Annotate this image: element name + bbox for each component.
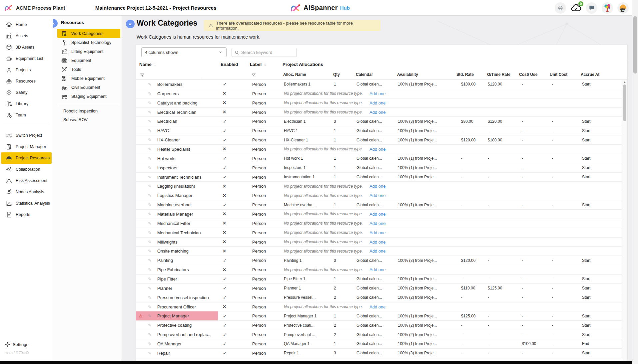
edit-icon[interactable]: ✎ [148, 137, 152, 142]
add-one-link[interactable]: Add one [369, 267, 385, 272]
columns-dropdown[interactable]: 4 columns shown [141, 47, 227, 57]
add-one-link[interactable]: Add one [369, 184, 385, 189]
table-row[interactable]: ✎Inspectors✓PersonInspectors 11Global ca… [136, 163, 622, 173]
edit-icon[interactable]: ✎ [148, 313, 152, 318]
column-header-label[interactable]: Label↑↓ [250, 59, 265, 69]
edit-icon[interactable]: ✎ [148, 212, 152, 217]
sidebar-item-collaboration[interactable]: Collaboration [1, 164, 52, 175]
edit-icon[interactable]: ✎ [148, 100, 152, 105]
table-row[interactable]: ✎Instrument Technicians✓PersonInstrument… [136, 173, 622, 182]
edit-icon[interactable]: ✎ [148, 351, 152, 356]
edit-icon[interactable]: ✎ [148, 276, 152, 281]
resources-item-work-categories[interactable]: Work Categories [57, 29, 120, 38]
add-one-link[interactable]: Add one [369, 147, 385, 152]
ai-brain-button[interactable] [602, 2, 613, 14]
edit-icon[interactable]: ✎ [148, 230, 152, 235]
add-one-link[interactable]: Add one [369, 240, 385, 245]
table-row[interactable]: ✎Lagging (insulation)×Person No project … [136, 182, 622, 191]
table-row[interactable]: ✎Procurement Officer×Person No project a… [136, 302, 622, 312]
column-header-name[interactable]: Name↑↓ [139, 59, 155, 69]
table-row[interactable]: ✎Heater Specialist×Person No project all… [136, 145, 622, 154]
table-scrollbar[interactable]: ▲ ▼ [622, 80, 627, 364]
table-row[interactable]: ✎Boilermakers✓PersonBoilermakers 11Globa… [136, 80, 622, 89]
sidebar-item-project-manager[interactable]: Project Manager [1, 141, 52, 152]
sidebar-item-equipment-list[interactable]: Equipment List [1, 53, 52, 64]
add-one-link[interactable]: Add one [369, 304, 385, 309]
sidebar-item-statistical-analysis[interactable]: Statistical Analysis [1, 198, 52, 209]
edit-icon[interactable]: ✎ [148, 119, 152, 124]
edit-icon[interactable]: ✎ [148, 91, 152, 96]
table-row[interactable]: ✎Pipe Fabricators×Person No project allo… [136, 265, 622, 274]
edit-icon[interactable]: ✎ [148, 147, 152, 152]
cloud-sync-button[interactable]: 0 [570, 2, 582, 14]
edit-icon[interactable]: ✎ [148, 193, 152, 198]
table-row[interactable]: ✎QA Manager✓PersonQA Manager 11Global ca… [136, 339, 622, 349]
settings-button[interactable]: Settings [0, 340, 53, 349]
add-one-link[interactable]: Add one [369, 110, 385, 115]
table-row[interactable]: ✎Mechanical Technician×Person No project… [136, 228, 622, 238]
edit-icon[interactable]: ✎ [148, 323, 152, 328]
resources-item-staging-equipment[interactable]: Staging Equipment [57, 92, 120, 101]
edit-icon[interactable]: ✎ [148, 221, 152, 226]
content-collapse-button[interactable]: « [126, 20, 135, 28]
edit-icon[interactable]: ✎ [148, 184, 152, 189]
edit-icon[interactable]: ✎ [148, 110, 152, 115]
sidebar-item-team[interactable]: Team [1, 109, 52, 121]
label-filter-input[interactable] [258, 73, 282, 77]
table-row[interactable]: ✎Hot work✓PersonHot work 11Global calen.… [136, 154, 622, 163]
edit-icon[interactable]: ✎ [148, 286, 152, 291]
add-one-link[interactable]: Add one [369, 91, 385, 96]
edit-icon[interactable]: ✎ [148, 128, 152, 133]
sidebar-item-library[interactable]: Library [1, 98, 52, 109]
page-scrollbar[interactable] [632, 0, 638, 364]
sidebar-item-switch-project[interactable]: Switch Project [1, 130, 52, 141]
edit-icon[interactable]: ✎ [148, 202, 152, 207]
add-one-link[interactable]: Add one [369, 249, 385, 254]
sidebar-item-risk-assessment[interactable]: Risk Assessment [1, 175, 52, 186]
table-row[interactable]: ✎Protective coating✓PersonProtective coa… [136, 321, 622, 330]
table-row[interactable]: ✎Materials Manager×Person No project all… [136, 210, 622, 219]
edit-icon[interactable]: ✎ [148, 341, 152, 346]
table-row[interactable]: ✎Mechanical Fitter×Person No project all… [136, 219, 622, 228]
resources-item-equipment[interactable]: Equipment [57, 56, 120, 65]
resources-item-civil-equipment[interactable]: Civil Equipment [57, 83, 120, 92]
add-one-link[interactable]: Add one [369, 230, 385, 235]
table-row[interactable]: ⚠✎Project Manager✓PersonProject Manager … [136, 311, 622, 321]
add-one-link[interactable]: Add one [369, 100, 385, 105]
table-row[interactable]: ✎Pump overhaul and replac...✓PersonPump … [136, 330, 622, 339]
resources-link[interactable]: Robotic Inspection [53, 107, 122, 115]
search-input[interactable] [241, 50, 300, 55]
worker-settings-button[interactable] [617, 2, 629, 14]
sidebar-item-home[interactable]: Home [1, 19, 52, 30]
page-scrollbar-thumb[interactable] [633, 16, 637, 74]
table-row[interactable]: ✎Millwrights×Person No project allocatio… [136, 238, 622, 247]
sidebar-item-project-resources[interactable]: Project Resources [1, 152, 52, 164]
edit-icon[interactable]: ✎ [148, 240, 152, 245]
table-row[interactable]: ✎Electrical Technician×Person No project… [136, 108, 622, 117]
table-row[interactable]: ✎HX-Cleaner✓PersonHX-Cleaner 11Global ca… [136, 135, 622, 145]
chat-button[interactable] [586, 2, 597, 14]
edit-icon[interactable]: ✎ [148, 304, 152, 309]
edit-icon[interactable]: ✎ [148, 249, 152, 254]
resources-link[interactable]: Subsea ROV [53, 115, 122, 124]
add-one-link[interactable]: Add one [369, 212, 385, 217]
edit-icon[interactable]: ✎ [148, 295, 152, 300]
resources-item-specialist-technology[interactable]: Specialist Technology [57, 38, 120, 47]
name-filter-input[interactable] [146, 73, 202, 77]
resources-item-tools[interactable]: Tools [57, 65, 120, 74]
table-row[interactable]: ✎HAVC✓PersonHAVC 11Global calen...100% (… [136, 126, 622, 135]
table-row[interactable]: ✎Carpenters×Person No project allocation… [136, 89, 622, 98]
edit-icon[interactable]: ✎ [148, 332, 152, 337]
edit-icon[interactable]: ✎ [148, 82, 152, 87]
edit-icon[interactable]: ✎ [148, 165, 152, 170]
sidebar-item-safety[interactable]: Safety [1, 87, 52, 98]
table-row[interactable]: ✎Repair✓PersonRepair 13Global calen...10… [136, 349, 622, 358]
add-one-link[interactable]: Add one [369, 221, 385, 226]
table-row[interactable]: ✎Machine overhaul✓PersonMachine overha..… [136, 200, 622, 210]
table-scrollbar-thumb[interactable] [623, 85, 626, 121]
table-row[interactable]: ✎Onsite matching×Person No project alloc… [136, 247, 622, 256]
sidebar-item-resources[interactable]: Resources [1, 76, 52, 87]
resources-item-lifting-equipment[interactable]: Lifting Equipment [57, 47, 120, 56]
edit-icon[interactable]: ✎ [148, 267, 152, 272]
table-row[interactable]: ✎Pressure vessel inspection✓PersonPressu… [136, 293, 622, 302]
